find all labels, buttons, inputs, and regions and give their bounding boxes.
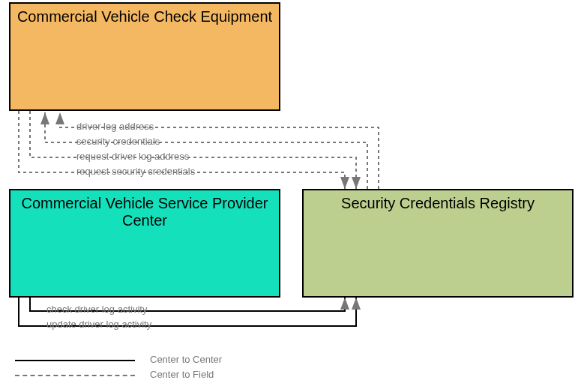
legend-line-center-to-field — [15, 375, 135, 376]
flow-label: security credentials — [76, 136, 160, 147]
node-commercial-vehicle-service-provider-center[interactable]: Commercial Vehicle Service Provider Cent… — [9, 189, 280, 298]
node-label: Commercial Vehicle Check Equipment — [17, 8, 272, 25]
legend-line-center-to-center — [15, 360, 135, 361]
legend-label: Center to Center — [150, 354, 222, 365]
flow-label: driver log address — [76, 121, 154, 132]
flow-request-security-credentials — [19, 111, 345, 189]
node-commercial-vehicle-check-equipment[interactable]: Commercial Vehicle Check Equipment — [9, 2, 280, 111]
flow-label: request driver log address — [76, 151, 189, 162]
node-label: Commercial Vehicle Service Provider Cent… — [16, 195, 273, 229]
flow-label: check driver log activity — [46, 304, 147, 315]
flow-label: request security credentials — [76, 166, 195, 177]
flow-label: update driver log activity — [46, 319, 151, 330]
legend-label: Center to Field — [150, 369, 214, 380]
node-security-credentials-registry[interactable]: Security Credentials Registry — [302, 189, 574, 298]
node-label: Security Credentials Registry — [341, 195, 535, 212]
